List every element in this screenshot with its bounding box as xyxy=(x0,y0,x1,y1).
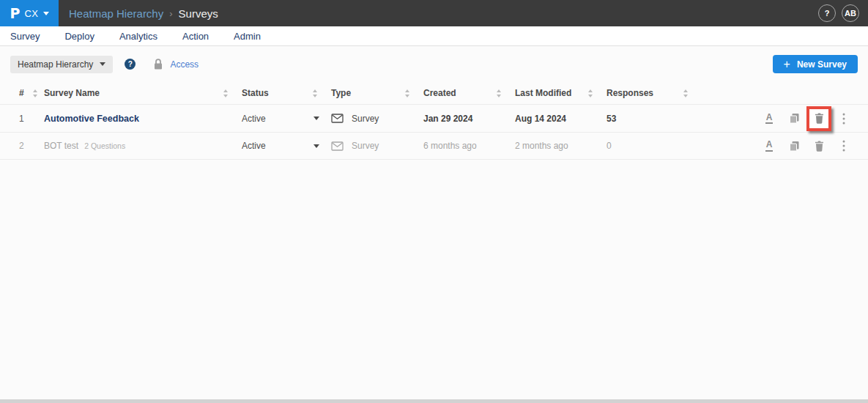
rename-icon[interactable]: A xyxy=(757,106,782,131)
nav-item-survey[interactable]: Survey xyxy=(10,31,40,42)
hierarchy-dropdown[interactable]: Heatmap Hierarchy xyxy=(10,56,113,73)
avatar[interactable]: AB xyxy=(842,4,859,22)
chevron-down-icon xyxy=(100,62,105,66)
access-link[interactable]: Access xyxy=(170,59,199,70)
table-header: # Survey Name Status Type Created Last M… xyxy=(0,82,868,104)
rename-icon[interactable]: A xyxy=(757,133,782,158)
copy-icon[interactable] xyxy=(782,133,806,158)
toolbar: Heatmap Hierarchy ? Access + New Survey xyxy=(0,46,868,81)
sort-icon[interactable] xyxy=(588,89,593,97)
nav-item-admin[interactable]: Admin xyxy=(234,31,261,42)
header-last-modified: Last Modified xyxy=(515,88,607,98)
created-date: Jan 29 2024 xyxy=(423,114,515,124)
plus-icon: + xyxy=(784,59,790,70)
type-cell: Survey xyxy=(331,114,423,124)
created-date: 6 months ago xyxy=(423,141,515,151)
header-responses: Responses xyxy=(607,88,702,98)
logo-icon: P xyxy=(10,7,21,21)
row-index: 2 xyxy=(19,141,44,151)
trash-icon[interactable] xyxy=(806,133,831,158)
header-index: # xyxy=(19,88,44,98)
header-type: Type xyxy=(331,88,423,98)
question-count: 2 Questions xyxy=(84,141,125,150)
surveys-table: # Survey Name Status Type Created Last M… xyxy=(0,82,868,160)
trash-icon[interactable] xyxy=(806,106,831,131)
table-row-automotive-feedback: 1 Automotive Feedback Active Survey Jan … xyxy=(0,104,868,132)
responses-count: 0 xyxy=(607,141,702,151)
breadcrumb: Heatmap Hierarchy › Surveys xyxy=(69,7,218,20)
table-row-bot-test: 2 BOT test2 Questions Active Survey 6 mo… xyxy=(0,132,868,160)
header-created: Created xyxy=(423,88,515,98)
sort-icon[interactable] xyxy=(223,89,229,97)
nav-item-deploy[interactable]: Deploy xyxy=(64,31,94,42)
chevron-down-icon xyxy=(43,12,49,15)
sort-icon[interactable] xyxy=(313,89,318,97)
page-title: Surveys xyxy=(179,7,218,20)
sort-icon[interactable] xyxy=(33,89,38,97)
sort-icon[interactable] xyxy=(683,89,689,97)
type-cell: Survey xyxy=(331,141,423,151)
header-survey-name: Survey Name xyxy=(44,88,242,98)
responses-count: 53 xyxy=(607,114,702,124)
new-survey-label: New Survey xyxy=(797,59,847,70)
copy-icon[interactable] xyxy=(782,106,806,131)
nav-item-action[interactable]: Action xyxy=(182,31,209,42)
sort-icon[interactable] xyxy=(405,89,410,97)
bottom-strip xyxy=(0,399,868,403)
new-survey-button[interactable]: + New Survey xyxy=(773,55,858,73)
hierarchy-dropdown-label: Heatmap Hierarchy xyxy=(18,59,93,70)
lock-icon[interactable] xyxy=(153,58,163,70)
row-actions: A xyxy=(702,133,858,158)
modified-date: 2 months ago xyxy=(515,141,607,151)
top-bar: P CX Heatmap Hierarchy › Surveys ? AB xyxy=(0,0,868,26)
topbar-actions: ? AB xyxy=(818,4,859,22)
nav-item-analytics[interactable]: Analytics xyxy=(119,31,157,42)
envelope-icon xyxy=(331,141,344,151)
kebab-menu-icon[interactable] xyxy=(831,106,856,131)
help-icon[interactable]: ? xyxy=(818,4,836,22)
sort-icon[interactable] xyxy=(497,89,502,97)
header-status: Status xyxy=(242,88,331,98)
status-dropdown[interactable]: Active xyxy=(242,114,331,124)
status-dropdown[interactable]: Active xyxy=(242,141,331,151)
product-label: CX xyxy=(24,8,38,19)
survey-name-link[interactable]: Automotive Feedback xyxy=(44,114,139,124)
survey-name-link[interactable]: BOT test xyxy=(44,141,78,151)
main-nav: Survey Deploy Analytics Action Admin xyxy=(0,26,868,46)
breadcrumb-separator: › xyxy=(169,8,172,19)
row-index: 1 xyxy=(19,114,44,124)
chevron-down-icon xyxy=(314,117,319,120)
hierarchy-help-icon[interactable]: ? xyxy=(125,59,136,70)
chevron-down-icon xyxy=(314,144,319,148)
app-logo-menu[interactable]: P CX xyxy=(0,0,59,26)
breadcrumb-parent-link[interactable]: Heatmap Hierarchy xyxy=(69,7,163,20)
row-actions: A xyxy=(702,106,858,131)
envelope-icon xyxy=(331,114,344,123)
modified-date: Aug 14 2024 xyxy=(515,114,607,124)
kebab-menu-icon[interactable] xyxy=(831,133,856,158)
